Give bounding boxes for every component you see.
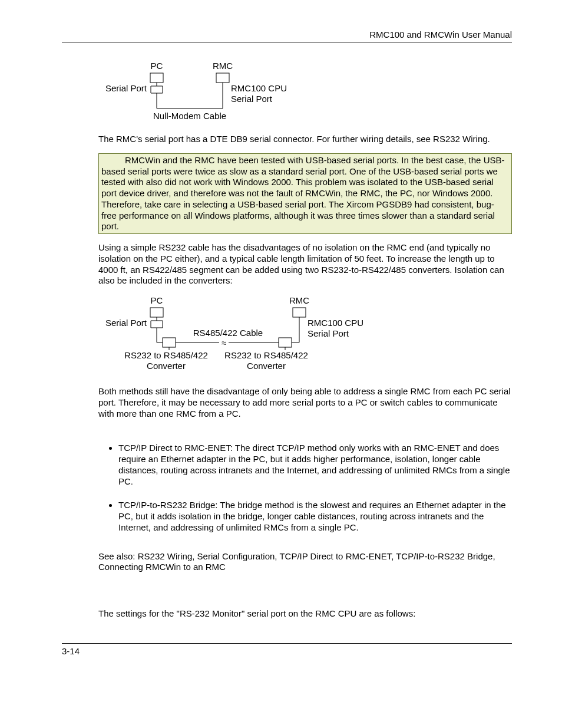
bullet-2: TCP/IP-to-RS232 Bridge: The bridge metho… bbox=[118, 500, 512, 533]
header-title: RMC100 and RMCWin User Manual bbox=[369, 29, 512, 39]
d2-cable: RS485/422 Cable bbox=[193, 328, 263, 338]
paragraph-1: The RMC's serial port has a DTE DB9 seri… bbox=[98, 134, 512, 145]
diagram1-svg: PC RMC Serial Port RMC100 CPU Serial Por… bbox=[104, 60, 340, 125]
d2-rmc100-cpu: RMC100 CPU bbox=[308, 318, 363, 328]
d2-rmc: RMC bbox=[289, 295, 309, 305]
svg-rect-26 bbox=[279, 338, 292, 347]
note-first-word bbox=[101, 155, 125, 165]
d1-serial-port: Serial Port bbox=[105, 83, 147, 93]
svg-rect-11 bbox=[150, 308, 163, 317]
diagram-simple-connection: PC RMC Serial Port RMC100 CPU Serial Por… bbox=[104, 60, 512, 127]
d2-conv2b: Converter bbox=[247, 361, 286, 371]
svg-rect-0 bbox=[150, 73, 163, 83]
svg-text:≈: ≈ bbox=[222, 338, 226, 348]
paragraph-3: Both methods still have the disadvantage… bbox=[98, 386, 512, 419]
paragraph-4: The settings for the "RS-232 Monitor" se… bbox=[98, 608, 512, 620]
page-number: 3-14 bbox=[62, 646, 80, 656]
d1-serial-port2: Serial Port bbox=[231, 94, 273, 104]
bullet-list: TCP/IP Direct to RMC-ENET: The direct TC… bbox=[98, 443, 512, 533]
diagram2-svg: PC RMC Serial Port RS485/422 Cable RMC10… bbox=[104, 295, 399, 377]
page: RMC100 and RMCWin User Manual PC RMC Ser… bbox=[0, 0, 562, 686]
note-text: RMCWin and the RMC have been tested with… bbox=[101, 155, 504, 232]
d1-rmc100-cpu: RMC100 CPU bbox=[231, 83, 287, 93]
svg-rect-1 bbox=[216, 73, 229, 83]
svg-rect-20 bbox=[163, 338, 176, 347]
d2-conv1b: Converter bbox=[147, 361, 186, 371]
see-also: See also: RS232 Wiring, Serial Configura… bbox=[98, 551, 512, 574]
d2-pc: PC bbox=[151, 295, 163, 305]
d2-serial-port2: Serial Port bbox=[308, 328, 349, 338]
d1-rmc: RMC bbox=[213, 61, 233, 71]
note-box: Note: RMCWin and the RMC have been teste… bbox=[98, 153, 512, 234]
svg-rect-12 bbox=[293, 308, 306, 317]
page-footer: 3-14 bbox=[62, 643, 512, 656]
d1-null-modem: Null-Modem Cable bbox=[153, 111, 226, 121]
d2-conv2a: RS232 to RS485/422 bbox=[224, 350, 308, 360]
diagram-converter-connection: PC RMC Serial Port RS485/422 Cable RMC10… bbox=[104, 295, 512, 379]
d1-pc: PC bbox=[151, 61, 163, 71]
paragraph-2: Using a simple RS232 cable has the disad… bbox=[98, 242, 512, 286]
page-header: RMC100 and RMCWin User Manual bbox=[62, 29, 512, 42]
d2-serial-port: Serial Port bbox=[105, 318, 147, 328]
bullet-1: TCP/IP Direct to RMC-ENET: The direct TC… bbox=[118, 443, 512, 487]
d2-conv1a: RS232 to RS485/422 bbox=[124, 350, 208, 360]
